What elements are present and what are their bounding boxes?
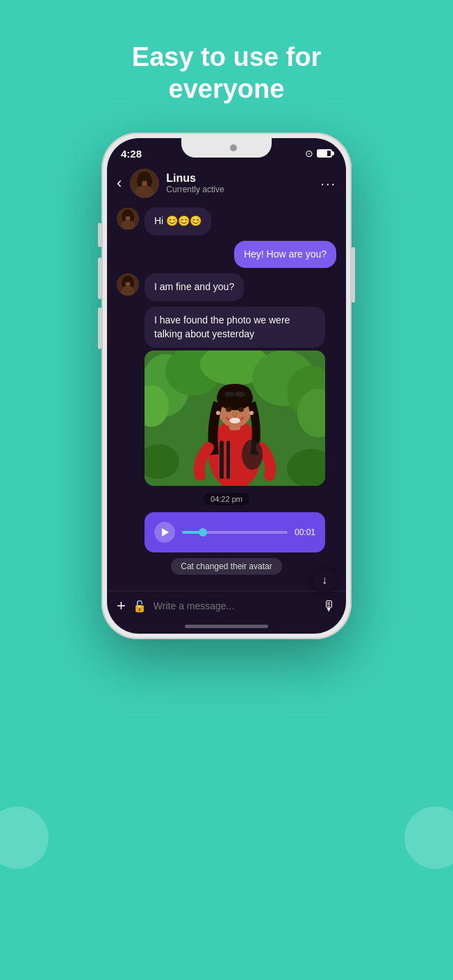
home-indicator xyxy=(185,625,268,628)
status-time: 4:28 xyxy=(121,148,142,160)
photo-message-text-bubble: I have found the photo we were talking a… xyxy=(145,307,325,348)
sender-avatar xyxy=(117,208,139,230)
avatar-image xyxy=(130,169,159,198)
message-timestamp: 04:22 pm xyxy=(204,493,249,505)
chevron-down-icon: ↓ xyxy=(322,574,327,586)
phone-screen: 4:28 ⊙ ‹ xyxy=(107,138,346,634)
svg-point-37 xyxy=(236,391,245,397)
svg-rect-30 xyxy=(226,441,230,479)
voice-message-button[interactable]: 🎙 xyxy=(322,598,336,614)
system-message: Cat changed their avatar xyxy=(171,558,281,575)
svg-point-38 xyxy=(226,407,231,412)
audio-time: 00:01 xyxy=(295,527,315,537)
svg-point-39 xyxy=(238,407,244,412)
svg-point-5 xyxy=(147,176,152,187)
outgoing-message-bubble: Hey! How are you? xyxy=(234,241,336,269)
contact-avatar xyxy=(130,169,159,198)
scroll-down-button[interactable]: ↓ xyxy=(313,568,336,592)
outgoing-message-row: Hey! How are you? xyxy=(117,241,336,269)
back-button[interactable]: ‹ xyxy=(117,174,122,192)
phone-outer: 4:28 ⊙ ‹ xyxy=(101,133,352,639)
message-bubble: I am fine and you? xyxy=(145,273,244,301)
shared-photo[interactable] xyxy=(145,350,325,486)
battery-fill xyxy=(318,151,327,156)
more-options-button[interactable]: ··· xyxy=(320,176,336,192)
photo-svg xyxy=(145,350,325,486)
svg-point-43 xyxy=(242,439,263,470)
svg-point-10 xyxy=(122,213,126,221)
contact-status: Currently active xyxy=(166,185,313,194)
input-bar: + 🔓 🎙 xyxy=(107,591,346,620)
svg-rect-29 xyxy=(220,441,224,479)
chat-header: ‹ Linus Currently active xyxy=(107,163,346,203)
contact-name: Linus xyxy=(166,172,313,185)
phone-mockup: 4:28 ⊙ ‹ xyxy=(101,133,352,861)
outgoing-message-text: Hey! How are you? xyxy=(244,248,327,260)
svg-point-11 xyxy=(130,213,134,221)
messages-area: Hi 😊😊😊 Hey! How are you? xyxy=(107,203,346,591)
power-button xyxy=(352,247,355,303)
phone-notch xyxy=(181,138,272,158)
svg-point-42 xyxy=(249,411,254,415)
sender-avatar xyxy=(117,273,139,296)
battery-icon xyxy=(317,149,332,158)
silent-button xyxy=(98,307,101,349)
wifi-icon: ⊙ xyxy=(305,148,313,159)
add-attachment-button[interactable]: + xyxy=(117,597,126,615)
message-bubble: Hi 😊😊😊 xyxy=(145,208,211,235)
message-text: Hi 😊😊😊 xyxy=(154,215,201,226)
play-icon xyxy=(162,528,169,537)
contact-info: Linus Currently active xyxy=(166,172,313,194)
status-icons: ⊙ xyxy=(305,148,332,159)
photo-message-block: I have found the photo we were talking a… xyxy=(117,307,336,486)
play-button[interactable] xyxy=(154,522,175,543)
volume-down-button xyxy=(98,257,101,299)
message-row: Hi 😊😊😊 xyxy=(117,208,336,235)
svg-point-41 xyxy=(216,411,220,415)
audio-progress-dot xyxy=(199,528,207,537)
front-camera xyxy=(230,144,237,151)
hero-title: Easy to use for everyone xyxy=(132,42,321,105)
svg-point-16 xyxy=(122,279,126,287)
lock-icon: 🔓 xyxy=(133,600,147,613)
svg-point-4 xyxy=(137,176,142,187)
message-input[interactable] xyxy=(154,600,315,611)
svg-point-17 xyxy=(130,279,134,287)
svg-point-36 xyxy=(224,391,234,397)
audio-progress-track[interactable] xyxy=(182,531,288,534)
message-row: I am fine and you? xyxy=(117,273,336,301)
svg-point-40 xyxy=(229,418,240,423)
audio-player[interactable]: 00:01 xyxy=(145,512,325,552)
photo-message-text: I have found the photo we were talking a… xyxy=(154,314,290,339)
volume-up-button xyxy=(98,223,101,247)
message-text: I am fine and you? xyxy=(154,281,234,292)
